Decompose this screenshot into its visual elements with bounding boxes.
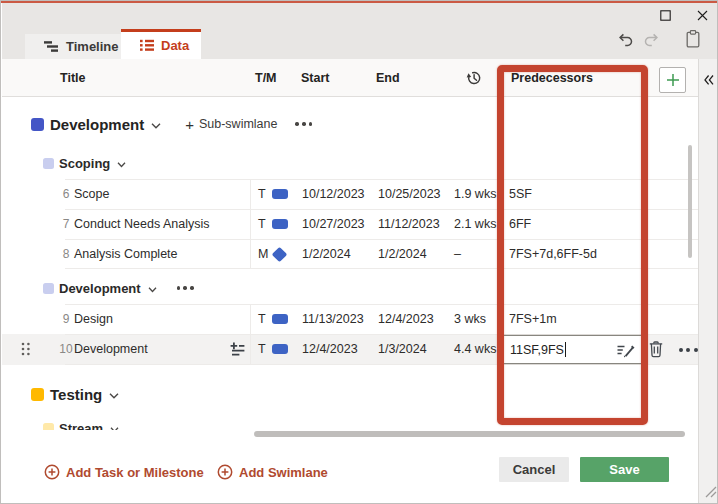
maximize-button[interactable] [657,7,674,24]
add-sub-swimlane-label: Sub-swimlane [199,117,278,131]
cancel-button[interactable]: Cancel [499,457,569,482]
duration-cell: 1.9 wks [454,179,496,209]
delete-trash-icon[interactable] [649,341,663,362]
task-type-cell: T [258,179,272,209]
add-column-button[interactable] [659,67,686,93]
right-pane-strip [698,59,718,504]
sub-swimlane-label: Scoping [59,156,110,171]
circle-plus-icon [44,464,60,480]
start-date-cell[interactable]: 10/12/2023 [302,179,365,209]
swimlane-color-swatch [31,388,44,401]
sub-swimlane-label: Stream [59,421,103,431]
plus-icon [666,73,680,87]
start-date-cell[interactable]: 11/13/2023 [302,304,364,334]
chevron-down-icon[interactable] [148,279,157,297]
task-bar-icon [272,344,288,354]
task-bar-icon [272,189,288,199]
chevron-down-icon[interactable] [117,154,126,172]
row-more-options-icon[interactable] [679,348,698,352]
more-options-icon[interactable] [295,122,312,125]
drag-handle-icon[interactable] [20,341,31,361]
chevron-down-icon[interactable] [151,115,161,133]
end-date-cell[interactable]: 1/3/2024 [378,334,427,364]
tab-timeline-label: Timeline [66,39,119,54]
sub-swimlane-color-swatch [43,158,54,169]
list-icon [140,39,154,52]
column-separator [250,304,251,334]
task-title-cell[interactable]: Scope [74,179,109,209]
tab-data-label: Data [161,38,189,53]
task-shape-icon [272,304,288,334]
horizontal-scrollbar[interactable] [254,431,685,437]
add-task-label: Add Task or Milestone [66,465,204,480]
window-accent-line [1,1,717,3]
add-swimlane-button[interactable]: Add Swimlane [217,464,328,480]
undo-icon[interactable] [618,32,634,51]
add-task-or-milestone-button[interactable]: Add Task or Milestone [44,464,204,480]
task-bar-icon [272,219,288,229]
column-separator [250,179,251,209]
task-type-cell: T [258,334,272,364]
column-separator [250,334,251,365]
column-separator [250,209,251,239]
plus-icon: + [185,116,194,133]
add-sub-swimlane-button[interactable]: + Sub-swimlane [185,116,277,133]
app-window: Timeline Data Title T/M Start End [0,0,718,504]
swimlane-color-swatch [31,118,44,131]
close-button[interactable] [694,7,711,24]
sub-swimlane-color-swatch [43,283,54,294]
task-title-cell[interactable]: Conduct Needs Analysis [74,209,210,239]
start-date-cell[interactable]: 10/27/2023 [302,209,365,239]
task-title-cell[interactable]: Design [74,304,113,334]
resize-grip-icon[interactable] [704,484,717,502]
column-header-title[interactable]: Title [60,59,85,96]
task-type-cell: T [258,304,272,334]
vertical-scrollbar[interactable] [688,145,692,258]
task-bar-icon [272,314,288,324]
task-type-cell: T [258,209,272,239]
sub-swimlane-label: Development [59,281,141,296]
task-shape-icon [272,209,288,239]
milestone-diamond-icon [272,246,288,262]
start-date-cell[interactable]: 12/4/2023 [302,334,358,364]
end-date-cell[interactable]: 1/2/2024 [378,239,427,269]
column-header-tm[interactable]: T/M [255,59,277,96]
duration-cell: – [454,239,461,269]
task-type-cell: M [258,239,272,269]
double-chevron-left-icon[interactable] [704,72,714,90]
footer-bar: Add Task or Milestone Add Swimlane Cance… [2,437,698,504]
redo-icon[interactable] [643,32,659,51]
sub-swimlane-color-swatch [43,423,54,431]
clipboard-icon[interactable] [686,30,700,52]
task-title-cell[interactable]: Analysis Complete [74,239,178,269]
task-shape-icon [272,239,285,269]
task-shape-icon [272,334,288,364]
duration-history-clock-icon[interactable] [466,59,482,96]
predecessors-column-highlight [497,65,648,425]
end-date-cell[interactable]: 11/12/2023 [378,209,440,239]
save-button[interactable]: Save [580,457,669,482]
duration-cell: 4.4 wks [454,334,496,364]
add-details-icon[interactable] [230,342,245,361]
tab-timeline[interactable]: Timeline [25,34,121,59]
task-title-cell[interactable]: Development [74,334,148,364]
quick-actions [613,31,713,51]
swimlane-label: Testing [50,386,102,403]
timeline-icon [44,40,59,53]
column-header-end[interactable]: End [376,59,400,96]
more-options-icon[interactable] [177,286,194,289]
start-date-cell[interactable]: 1/2/2024 [302,239,351,269]
column-header-start[interactable]: Start [301,59,329,96]
end-date-cell[interactable]: 10/25/2023 [378,179,441,209]
column-separator [250,239,251,269]
task-shape-icon [272,179,288,209]
chevron-down-icon[interactable] [109,385,119,403]
duration-cell: 3 wks [454,304,486,334]
end-date-cell[interactable]: 12/4/2023 [378,304,434,334]
duration-cell: 2.1 wks [454,209,496,239]
chevron-down-icon[interactable] [110,419,119,430]
tab-data[interactable]: Data [121,29,201,59]
add-swimlane-label: Add Swimlane [239,465,328,480]
swimlane-label: Development [50,116,144,133]
circle-plus-icon [217,464,233,480]
